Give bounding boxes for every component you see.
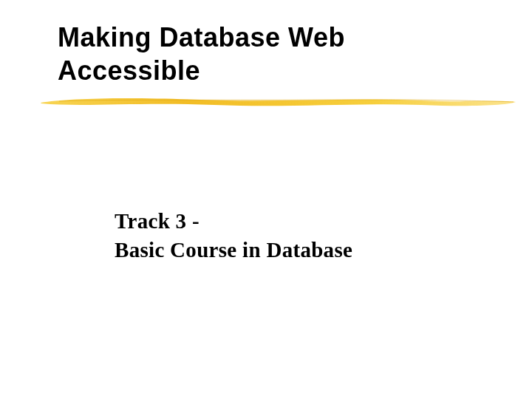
slide-subtitle: Track 3 - Basic Course in Database — [115, 207, 484, 265]
slide-title: Making Database Web Accessible — [58, 21, 471, 87]
subtitle-line-1: Track 3 - — [115, 207, 484, 236]
slide: Making Database Web Accessible Track 3 -… — [0, 0, 532, 399]
divider-stroke-icon — [37, 95, 517, 109]
subtitle-line-2: Basic Course in Database — [115, 236, 484, 265]
